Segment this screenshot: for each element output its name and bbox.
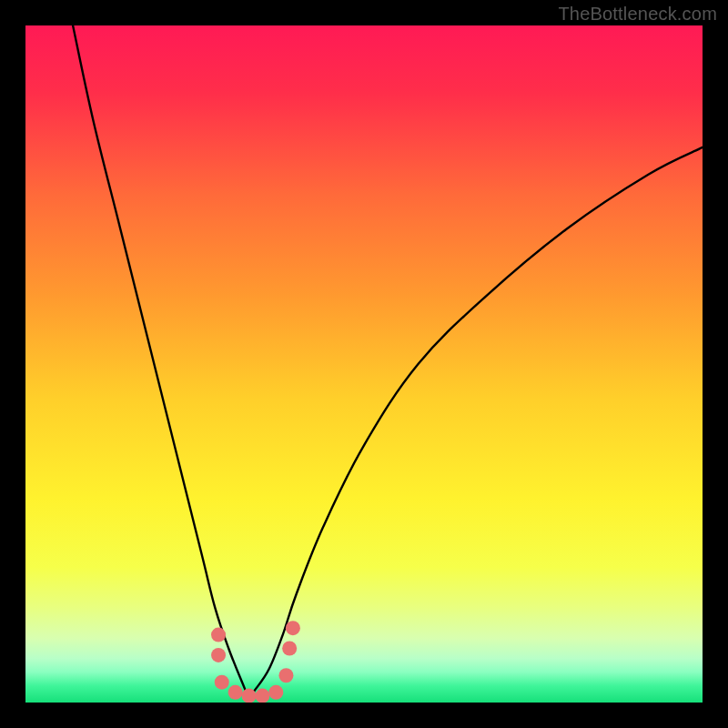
curve-marker <box>228 685 243 700</box>
attribution-label: TheBottleneck.com <box>558 4 717 25</box>
curve-marker <box>255 689 269 703</box>
curve-marker <box>268 685 283 700</box>
curve-marker <box>282 641 297 655</box>
curve-marker <box>211 628 226 642</box>
gradient-background <box>25 25 703 703</box>
curve-marker <box>286 621 300 635</box>
plot-area <box>25 25 703 703</box>
curve-marker <box>215 675 229 690</box>
curve-marker <box>242 689 257 703</box>
outer-frame: TheBottleneck.com <box>0 0 728 728</box>
curve-marker <box>211 648 226 662</box>
chart-svg <box>25 25 703 703</box>
curve-marker <box>278 668 293 682</box>
